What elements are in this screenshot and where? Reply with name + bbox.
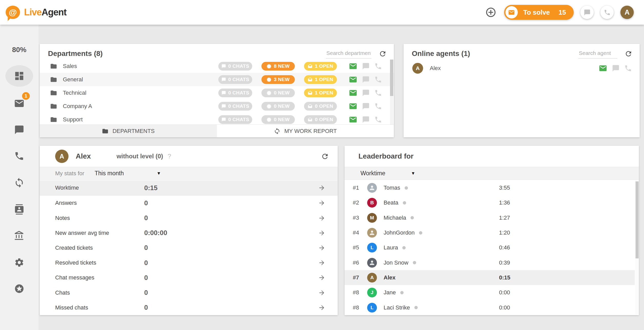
department-row[interactable]: General 0 CHATS 3 NEW 1 OPEN [40, 73, 394, 86]
sidebar-item-dashboard[interactable] [0, 66, 38, 86]
help-icon[interactable]: ? [168, 153, 171, 160]
add-button[interactable] [484, 6, 497, 19]
email-action-icon[interactable] [349, 102, 357, 111]
phone-action-icon[interactable] [374, 89, 382, 97]
calls-button[interactable] [600, 6, 614, 19]
rank: #8 [353, 289, 365, 296]
stat-row[interactable]: Answers0 [40, 196, 338, 210]
agent-avatar: A [367, 273, 377, 283]
phone-action-icon[interactable] [624, 64, 632, 72]
email-action-icon[interactable] [349, 115, 357, 124]
status-dot [419, 231, 422, 235]
chat-action-icon[interactable] [612, 64, 620, 72]
chat-icon [221, 77, 226, 82]
arrow-right-icon[interactable] [318, 244, 325, 251]
arrow-right-icon[interactable] [318, 184, 325, 191]
new-tickets-badge: 8 NEW [261, 62, 295, 71]
departments-scrollbar[interactable] [390, 60, 393, 124]
leaderboard-metric-dropdown[interactable]: Worktime [360, 170, 385, 177]
leaderboard-title: Leaderboard for [358, 152, 414, 160]
stat-row[interactable]: Resolved tickets0 [40, 255, 338, 270]
logo-text: LiveAgent [24, 7, 66, 18]
arrow-right-icon[interactable] [318, 304, 325, 311]
email-action-icon[interactable] [349, 89, 357, 97]
leaderboard-row: #3 M Michaela 1:27 [345, 210, 635, 225]
chats-button[interactable] [580, 6, 594, 19]
search-agent-input[interactable] [578, 49, 617, 59]
search-department-input[interactable] [326, 49, 372, 59]
department-row[interactable]: Company A 0 CHATS 0 NEW 0 OPEN [40, 100, 394, 113]
open-tickets-badge: 0 OPEN [304, 102, 337, 111]
leaderboard-scrollbar[interactable] [635, 180, 639, 314]
chevron-down-icon[interactable]: ▼ [411, 171, 415, 176]
leaderboard-row: #2 B Beata 1:36 [345, 195, 635, 210]
stat-row[interactable]: Missed chats0 [40, 300, 338, 315]
chat-action-icon[interactable] [362, 89, 370, 97]
chevron-down-icon[interactable]: ▼ [157, 171, 161, 176]
chat-action-icon[interactable] [362, 116, 370, 123]
stats-period-dropdown[interactable]: This month [95, 170, 124, 177]
phone-action-icon[interactable] [374, 102, 382, 110]
department-row[interactable]: Support 0 CHATS 0 NEW 0 OPEN [40, 113, 394, 124]
rank: #2 [353, 199, 365, 206]
email-action-icon[interactable] [349, 75, 357, 84]
agent-name: Alex [76, 152, 91, 160]
burst-icon [267, 64, 271, 69]
stat-row[interactable]: Chat messages0 [40, 270, 338, 285]
refresh-icon[interactable] [321, 152, 329, 160]
agent-avatar: A [412, 63, 423, 74]
arrow-right-icon[interactable] [318, 289, 325, 296]
rank: #4 [353, 229, 365, 236]
phone-action-icon[interactable] [374, 116, 382, 123]
department-row[interactable]: Technical 0 CHATS 0 NEW 1 OPEN [40, 86, 394, 100]
agent-name: Jon Snow [384, 259, 408, 266]
rank: #3 [353, 215, 365, 221]
folder-icon [50, 76, 57, 83]
department-name: Technical [63, 90, 86, 96]
stat-row[interactable]: New answer avg time0:00:00 [40, 226, 338, 240]
sidebar-item-gamification[interactable] [0, 278, 38, 299]
arrow-right-icon[interactable] [318, 259, 325, 266]
email-action-icon[interactable] [599, 64, 607, 73]
tab-my-work-report[interactable]: MY WORK REPORT [217, 125, 394, 137]
sidebar-item-settings[interactable] [0, 252, 38, 273]
agent-photo-avatar [367, 183, 377, 193]
chat-action-icon[interactable] [362, 102, 370, 110]
top-bar: @ LiveAgent To solve 15 A [0, 0, 644, 25]
refresh-icon[interactable] [379, 50, 387, 58]
refresh-icon[interactable] [625, 50, 632, 58]
arrow-right-icon[interactable] [318, 274, 325, 281]
stat-row[interactable]: Notes0 [40, 210, 338, 225]
phone-action-icon[interactable] [374, 62, 382, 70]
chat-action-icon[interactable] [362, 62, 370, 70]
stat-row[interactable]: Worktime0:15 [40, 180, 338, 196]
arrow-right-icon[interactable] [318, 199, 325, 207]
sidebar-item-contacts[interactable] [0, 199, 38, 220]
sidebar-item-tickets[interactable]: 1 [0, 93, 38, 114]
email-action-icon[interactable] [349, 62, 357, 71]
stat-row[interactable]: Chats0 [40, 285, 338, 300]
leaderboard-list: #1 Tomas 3:55 #2 B Beata 1:36 #3 M Micha… [345, 180, 635, 315]
logo-text-agent: Agent [42, 7, 66, 17]
chat-action-icon[interactable] [362, 76, 370, 83]
leaderboard-row: #6 Jon Snow 0:39 [345, 255, 635, 270]
arrow-right-icon[interactable] [318, 215, 325, 222]
logo-bubble-icon: @ [6, 6, 20, 19]
agent-row[interactable]: A Alex [404, 60, 640, 77]
liveagent-logo[interactable]: @ LiveAgent [6, 6, 66, 19]
stat-row[interactable]: Created tickets0 [40, 240, 338, 255]
sidebar-item-chats[interactable] [0, 120, 38, 140]
sidebar-item-company[interactable] [0, 226, 38, 246]
user-avatar[interactable]: A [620, 6, 634, 19]
phone-action-icon[interactable] [374, 76, 382, 83]
department-row[interactable]: Sales 0 CHATS 8 NEW 1 OPEN [40, 60, 394, 73]
tab-departments[interactable]: DEPARTMENTS [40, 125, 217, 137]
sidebar-item-to-solve[interactable] [0, 172, 38, 193]
rank: #6 [353, 259, 365, 266]
arrow-right-icon[interactable] [318, 229, 325, 237]
agent-name: Laci Strike [384, 304, 410, 311]
status-dot [411, 216, 414, 219]
to-solve-button[interactable]: To solve 15 [504, 5, 574, 20]
department-name: Company A [63, 103, 92, 110]
sidebar-item-calls[interactable] [0, 146, 38, 166]
